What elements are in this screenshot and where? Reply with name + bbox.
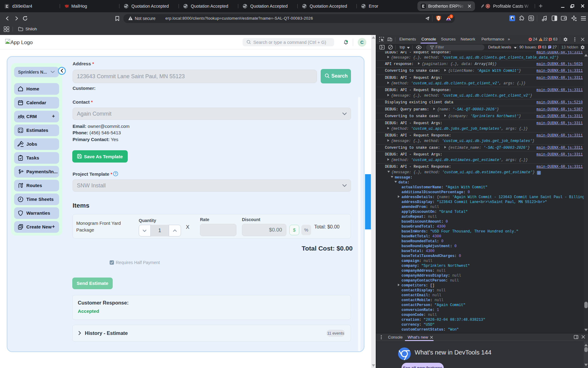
svg-text:?: ?	[115, 172, 116, 175]
